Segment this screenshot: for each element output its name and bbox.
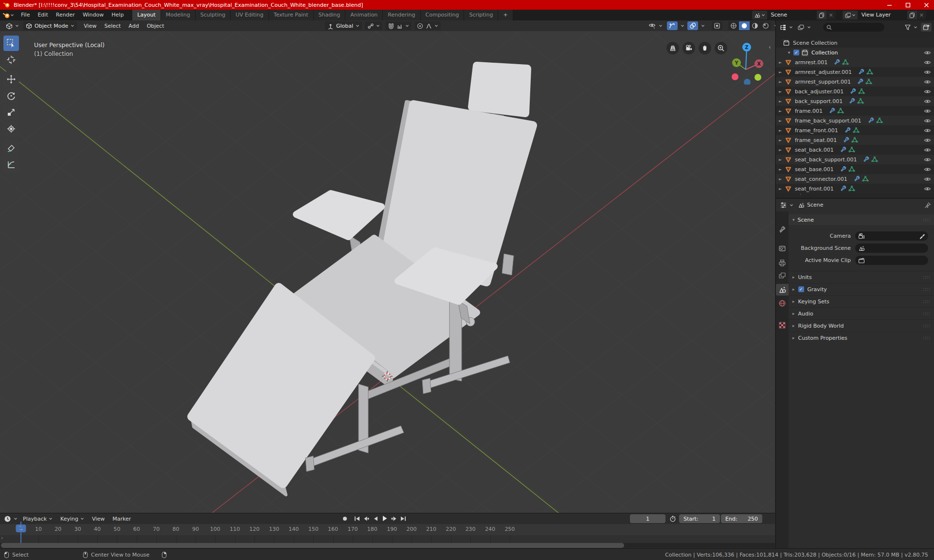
hide-eye-icon[interactable] xyxy=(924,175,931,183)
hide-eye-icon[interactable] xyxy=(924,59,931,66)
maximize-button[interactable] xyxy=(905,2,911,8)
window-titlebar[interactable]: Blender* [I:\!!!!conv_3\54\Hospital_Exam… xyxy=(0,0,934,10)
scale-tool[interactable] xyxy=(3,105,19,120)
tab-world[interactable] xyxy=(776,298,789,309)
expand-arrow-icon[interactable]: ► xyxy=(779,119,783,123)
minimize-button[interactable] xyxy=(886,2,892,8)
remove-view-layer-icon[interactable]: ✕ xyxy=(917,12,926,18)
auto-keying-button[interactable] xyxy=(341,514,349,523)
section-drag-grip[interactable]: ∷∷ xyxy=(923,287,930,292)
outliner-object-row[interactable]: ► frame.001 xyxy=(776,106,934,116)
shading-material-button[interactable] xyxy=(750,21,760,30)
workspace-tab[interactable]: Scripting xyxy=(464,10,498,20)
collapse-arrow-icon[interactable]: ▾ xyxy=(787,50,791,55)
scene-panel-header[interactable]: ▾ Scene ∷∷ xyxy=(789,214,934,225)
object-name[interactable]: seat_base.001 xyxy=(794,166,834,173)
section-drag-grip[interactable]: ∷∷ xyxy=(923,275,930,280)
blender-menu-icon[interactable] xyxy=(0,10,17,20)
region-collapse-icon[interactable]: ‹ xyxy=(769,44,771,51)
tab-view-layer[interactable] xyxy=(776,270,789,281)
editor-type-selector[interactable] xyxy=(3,21,21,30)
expand-arrow-icon[interactable]: ► xyxy=(779,148,783,152)
outliner-editor-type[interactable] xyxy=(778,23,794,32)
hide-eye-icon[interactable] xyxy=(924,98,931,105)
move-tool[interactable] xyxy=(3,71,19,87)
shading-solid-button[interactable] xyxy=(739,21,750,30)
expand-arrow-icon[interactable]: ► xyxy=(779,80,783,84)
hide-eye-icon[interactable] xyxy=(924,49,931,56)
section-checkbox[interactable]: ✓ xyxy=(798,286,804,292)
show-gizmo-toggle[interactable] xyxy=(667,21,678,30)
hide-eye-icon[interactable] xyxy=(924,69,931,76)
outliner-object-row[interactable]: ► frame_seat.001 xyxy=(776,135,934,145)
object-name[interactable]: seat_back.001 xyxy=(794,147,834,153)
outliner-object-row[interactable]: ► back_support.001 xyxy=(776,96,934,106)
frame-end-field[interactable]: End: 250 xyxy=(721,514,762,523)
timeline-scrollbar[interactable] xyxy=(1,543,624,548)
outliner-object-row[interactable]: ► seat_connector.001 xyxy=(776,174,934,184)
eyedropper-icon[interactable] xyxy=(919,233,925,239)
hide-eye-icon[interactable] xyxy=(924,137,931,144)
add-workspace-button[interactable]: + xyxy=(498,10,513,20)
hide-eye-icon[interactable] xyxy=(924,185,931,192)
axis-gizmo[interactable]: Y X Z xyxy=(724,40,769,85)
object-name[interactable]: frame_back_support.001 xyxy=(794,118,862,124)
next-keyframe-button[interactable] xyxy=(390,514,398,523)
play-button[interactable] xyxy=(380,514,389,523)
workspace-tab[interactable]: UV Editing xyxy=(231,10,269,20)
panel-drag-grip[interactable]: ∷∷ xyxy=(923,217,930,223)
scene-selector[interactable]: Scene ✕ xyxy=(752,11,836,19)
hide-eye-icon[interactable] xyxy=(924,166,931,173)
shading-wireframe-button[interactable] xyxy=(728,21,739,30)
viewport-menu-item[interactable]: Object xyxy=(143,23,168,29)
xray-toggle[interactable] xyxy=(712,21,722,30)
pin-icon[interactable] xyxy=(924,202,931,209)
hide-eye-icon[interactable] xyxy=(924,107,931,115)
view-layer-selector[interactable]: View Layer ✕ xyxy=(843,11,926,19)
outliner-object-row[interactable]: ► frame_front.001 xyxy=(776,125,934,135)
timeline-menu-item[interactable]: Keying xyxy=(56,516,88,522)
cursor-tool[interactable] xyxy=(3,52,19,68)
new-view-layer-button[interactable] xyxy=(907,11,917,19)
object-name[interactable]: armrest_adjuster.001 xyxy=(794,69,852,75)
visibility-dropdown[interactable] xyxy=(646,21,665,30)
expand-arrow-icon[interactable]: ► xyxy=(779,138,783,142)
menu-item[interactable]: Render xyxy=(52,10,79,20)
measure-tool[interactable] xyxy=(3,157,19,173)
frame-start-field[interactable]: Start: 1 xyxy=(679,514,720,523)
properties-section[interactable]: ▸ Custom Properties ∷∷ xyxy=(789,332,934,344)
perspective-grid-icon[interactable] xyxy=(666,42,679,54)
rotate-tool[interactable] xyxy=(3,88,19,104)
hide-eye-icon[interactable] xyxy=(924,117,931,124)
section-drag-grip[interactable]: ∷∷ xyxy=(923,299,930,304)
hide-eye-icon[interactable] xyxy=(924,127,931,134)
expand-arrow-icon[interactable]: ► xyxy=(779,89,783,94)
menu-item[interactable]: Edit xyxy=(34,10,52,20)
object-name[interactable]: frame_seat.001 xyxy=(794,137,837,143)
new-collection-button[interactable] xyxy=(921,23,932,32)
scene-name[interactable]: Scene xyxy=(767,11,817,19)
outliner-filter[interactable] xyxy=(903,23,918,32)
current-frame-field[interactable]: 1 xyxy=(630,514,665,523)
menu-item[interactable]: File xyxy=(17,10,34,20)
object-name[interactable]: back_adjuster.001 xyxy=(794,88,844,95)
new-scene-button[interactable] xyxy=(817,11,826,19)
outliner-object-row[interactable]: ► seat_back.001 xyxy=(776,145,934,155)
pivot-point-selector[interactable] xyxy=(365,21,382,30)
object-name[interactable]: seat_connector.001 xyxy=(794,176,847,182)
previous-keyframe-button[interactable] xyxy=(362,514,370,523)
collection-row[interactable]: ▾ ✓ Collection xyxy=(776,48,934,57)
tab-scene[interactable] xyxy=(776,284,789,296)
outliner-object-row[interactable]: ► armrest_adjuster.001 xyxy=(776,67,934,77)
properties-section[interactable]: ▸ Rigid Body World ∷∷ xyxy=(789,319,934,332)
outliner-object-row[interactable]: ► back_adjuster.001 xyxy=(776,87,934,96)
workspace-tab[interactable]: Layout xyxy=(132,10,161,20)
camera-view-icon[interactable] xyxy=(683,42,695,54)
timeline-editor-type[interactable] xyxy=(2,514,19,523)
viewport-menu-item[interactable]: Add xyxy=(125,23,143,29)
properties-section[interactable]: ▸ Keying Sets ∷∷ xyxy=(789,295,934,307)
expand-arrow-icon[interactable]: ► xyxy=(779,99,783,104)
shading-rendered-button[interactable] xyxy=(760,21,771,30)
show-overlays-toggle[interactable] xyxy=(687,21,698,30)
annotate-tool[interactable] xyxy=(3,140,19,156)
